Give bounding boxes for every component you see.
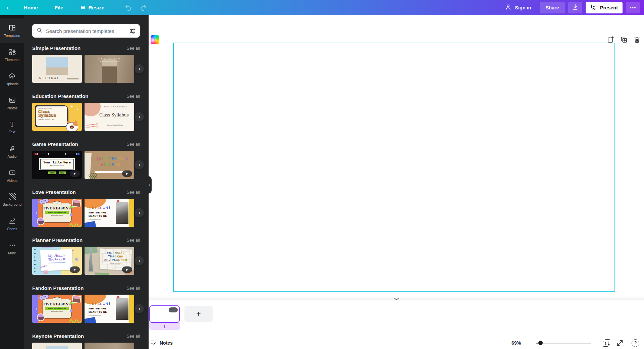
- template-thumbnail-keynote[interactable]: [32, 343, 82, 349]
- notes-icon: [150, 339, 157, 347]
- text-icon: T: [10, 120, 14, 128]
- see-all-link[interactable]: See all: [126, 190, 140, 195]
- zoom-slider-handle[interactable]: [538, 341, 543, 345]
- carousel-next-button[interactable]: ›: [135, 304, 144, 313]
- template-thumbnail-hobby-list[interactable]: ✦ My Hobby To-Do List WORK ▶: [32, 247, 82, 275]
- template-thumbnail-five-reasons[interactable]: LIKE ✦ FIVE REASONS WHY WE ARE MEANT TO …: [32, 199, 82, 227]
- section-simple-presentation: Simple Presentation See all NEUTRAL NEW …: [32, 45, 140, 83]
- filter-icon[interactable]: [129, 28, 136, 35]
- video-play-icon: ▶: [70, 170, 80, 177]
- thumbnail-photo: [46, 57, 68, 75]
- notes-button[interactable]: Notes: [150, 339, 173, 347]
- carousel-next-button[interactable]: ›: [135, 160, 144, 169]
- download-icon: [572, 3, 579, 12]
- sidebar-item-uploads[interactable]: Uploads: [0, 67, 24, 91]
- section-title: Love Presentation: [32, 189, 76, 195]
- resize-button[interactable]: Resize: [80, 4, 105, 11]
- help-icon[interactable]: ?: [632, 339, 639, 347]
- elements-shapes-icon: [8, 48, 16, 56]
- template-thumbnail-five-reasons[interactable]: LIKE ✦ FIVE REASONS WHY WE ARE MEANT TO …: [32, 295, 82, 323]
- sidebar-item-templates[interactable]: Templates: [0, 18, 24, 43]
- template-thumbnail-class-syllabus-minimal[interactable]: HILLERT HIGH SCHOOL Class Syllabus Teach…: [85, 103, 134, 131]
- crown-icon: [80, 4, 86, 11]
- sign-in-button[interactable]: Sign in: [504, 3, 531, 12]
- template-thumbnail-financial-tracker[interactable]: FINANCIAL TRACKER AND PLANNER Token Road…: [85, 247, 134, 275]
- photos-icon: [8, 96, 16, 104]
- duplicate-page-icon[interactable]: [620, 35, 628, 44]
- template-thumbnail-game-title[interactable]: Your Title Here Add a short description …: [32, 151, 82, 179]
- thumbnail-photo: [102, 59, 117, 83]
- section-title: Keynote Presentation: [32, 333, 84, 339]
- undo-icon[interactable]: [124, 4, 132, 12]
- template-thumbnail-5-reasons-collage[interactable]: 5 REASONS WHY WE ARE MEANT TO BE a prese…: [85, 199, 134, 227]
- photo-sticker: [72, 295, 81, 303]
- section-fandom-presentation: Fandom Presentation See all LIKE ✦ FIVE …: [32, 285, 140, 323]
- squiggle-decoration: [69, 221, 81, 227]
- search-input[interactable]: [46, 28, 126, 34]
- background-color-picker[interactable]: [151, 35, 159, 44]
- see-all-link[interactable]: See all: [126, 334, 140, 339]
- page-options-icon[interactable]: •••: [169, 307, 178, 312]
- template-carousel: ✦ My Hobby To-Do List WORK ▶ FINANCIAL: [32, 247, 140, 275]
- see-all-link[interactable]: See all: [126, 46, 140, 51]
- page-preview[interactable]: •••: [149, 305, 180, 323]
- download-button[interactable]: [568, 2, 582, 13]
- video-play-icon: ▶: [122, 266, 132, 273]
- carousel-next-button[interactable]: ›: [135, 64, 144, 73]
- template-carousel: ✦ ✦ Dauget High School Class Syllabus Te…: [32, 103, 140, 131]
- carousel-next-button[interactable]: ›: [135, 256, 144, 265]
- more-options-icon[interactable]: •••: [626, 2, 640, 13]
- page-1-thumbnail[interactable]: ••• 1: [149, 305, 180, 330]
- pages-icon[interactable]: 1: [603, 339, 610, 347]
- add-page-button[interactable]: +: [184, 306, 213, 322]
- share-button[interactable]: Share: [540, 2, 565, 13]
- template-thumbnail-neutral[interactable]: NEUTRAL: [32, 55, 82, 83]
- chevron-down-icon[interactable]: [393, 297, 399, 302]
- section-title: Fandom Presentation: [32, 285, 84, 291]
- redo-icon[interactable]: [139, 4, 147, 12]
- photo: [116, 202, 128, 224]
- see-all-link[interactable]: See all: [126, 94, 140, 99]
- present-button[interactable]: Present: [586, 2, 623, 13]
- template-thumbnail-new-style[interactable]: NEW STYLE: [85, 55, 134, 83]
- sidebar-item-photos[interactable]: Photos: [0, 91, 24, 115]
- template-carousel: LIKE ✦ FIVE REASONS WHY WE ARE MEANT TO …: [32, 295, 140, 323]
- sidebar-item-videos[interactable]: Videos: [0, 163, 24, 188]
- carousel-next-button[interactable]: ›: [135, 112, 144, 121]
- back-icon[interactable]: ‹: [0, 4, 15, 11]
- file-menu[interactable]: File: [55, 5, 63, 10]
- section-title: Education Presentation: [32, 93, 89, 99]
- zoom-percentage: 69%: [512, 340, 521, 346]
- presentation-page[interactable]: [173, 43, 615, 292]
- see-all-link[interactable]: See all: [126, 142, 140, 147]
- template-thumbnail-class-syllabus[interactable]: ✦ ✦ Dauget High School Class Syllabus Te…: [32, 103, 82, 131]
- sidebar-item-charts[interactable]: Charts: [0, 212, 24, 236]
- canvas-workspace: ‹: [149, 15, 644, 300]
- sidebar-item-text[interactable]: T Text: [0, 115, 24, 139]
- top-bar: ‹ Home File Resize Sign in Share Present…: [0, 0, 644, 15]
- photo-sticker: [37, 217, 45, 225]
- search-icon: [36, 27, 43, 35]
- sidebar-item-background[interactable]: Background: [0, 188, 24, 212]
- section-game-presentation: Game Presentation See all Your Title Her…: [32, 141, 140, 179]
- sidebar-item-more[interactable]: More: [0, 236, 24, 260]
- see-all-link[interactable]: See all: [126, 286, 140, 291]
- zoom-slider[interactable]: [536, 341, 591, 345]
- template-thumbnail-two-truths[interactable]: TWO TRUTHS AND A LIE ▶: [85, 151, 134, 179]
- template-carousel: LIKE ✦ FIVE REASONS WHY WE ARE MEANT TO …: [32, 199, 140, 227]
- home-button[interactable]: Home: [24, 5, 38, 10]
- fullscreen-icon[interactable]: [616, 339, 624, 347]
- divider: [627, 340, 627, 346]
- templates-icon: [8, 24, 16, 32]
- sidebar-item-elements[interactable]: Elements: [0, 43, 24, 67]
- sidebar-item-audio[interactable]: Audio: [0, 139, 24, 163]
- photo-sticker: [37, 313, 45, 321]
- carousel-next-button[interactable]: ›: [135, 208, 144, 217]
- template-thumbnail-keynote[interactable]: [85, 343, 134, 349]
- delete-page-icon[interactable]: [633, 35, 641, 44]
- template-carousel: [32, 343, 140, 349]
- template-thumbnail-5-reasons-collage[interactable]: 5 REASONS WHY WE ARE MEANT TO BE a prese…: [85, 295, 134, 323]
- section-love-presentation: Love Presentation See all LIKE ✦ FIVE RE…: [32, 189, 140, 227]
- see-all-link[interactable]: See all: [126, 238, 140, 243]
- audio-note-icon: [8, 145, 16, 152]
